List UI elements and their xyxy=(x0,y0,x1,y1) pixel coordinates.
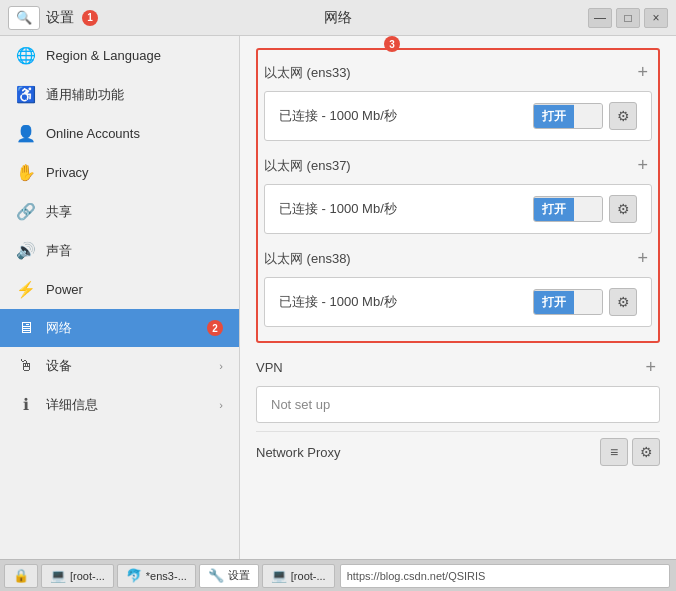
sidebar-item-region[interactable]: 🌐 Region & Language xyxy=(0,36,239,75)
vpn-not-set-label: Not set up xyxy=(271,397,330,412)
ens33-toggle-off xyxy=(574,104,602,128)
sidebar: 🌐 Region & Language ♿ 通用辅助功能 👤 Online Ac… xyxy=(0,36,240,559)
sidebar-label-network: 网络 xyxy=(46,319,195,337)
titlebar: 🔍 设置 1 网络 — □ × xyxy=(0,0,676,36)
devices-chevron: › xyxy=(219,360,223,372)
taskbar-ens3-button[interactable]: 🐬 *ens3-... xyxy=(117,564,196,588)
ens37-header: 以太网 (ens37) + xyxy=(264,149,652,182)
proxy-settings-button[interactable]: ≡ xyxy=(600,438,628,466)
terminal2-icon: 💻 xyxy=(271,568,287,583)
taskbar-root2-button[interactable]: 💻 [root-... xyxy=(262,564,335,588)
proxy-settings-icon: ≡ xyxy=(610,444,618,460)
ens33-controls: 打开 ⚙ xyxy=(533,102,637,130)
network-badge: 2 xyxy=(207,320,223,336)
ens38-gear-button[interactable]: ⚙ xyxy=(609,288,637,316)
ens33-toggle[interactable]: 打开 xyxy=(533,103,603,129)
ens33-gear-icon: ⚙ xyxy=(617,108,630,124)
sidebar-item-privacy[interactable]: ✋ Privacy xyxy=(0,153,239,192)
ens37-controls: 打开 ⚙ xyxy=(533,195,637,223)
taskbar-url-text: https://blog.csdn.net/QSIRIS xyxy=(347,570,486,582)
ens37-title: 以太网 (ens37) xyxy=(264,157,351,175)
power-icon: ⚡ xyxy=(16,280,36,299)
ens37-card: 已连接 - 1000 Mb/秒 打开 ⚙ xyxy=(264,184,652,234)
sidebar-item-online-accounts[interactable]: 👤 Online Accounts xyxy=(0,114,239,153)
taskbar-root1-label: [root-... xyxy=(70,570,105,582)
proxy-section: Network Proxy ≡ ⚙ xyxy=(256,431,660,472)
sidebar-label-devices: 设备 xyxy=(46,357,209,375)
ens33-add-button[interactable]: + xyxy=(633,62,652,83)
proxy-controls: ≡ ⚙ xyxy=(600,438,660,466)
sidebar-item-sound[interactable]: 🔊 声音 xyxy=(0,231,239,270)
vpn-title: VPN xyxy=(256,360,283,375)
main-area: 🌐 Region & Language ♿ 通用辅助功能 👤 Online Ac… xyxy=(0,36,676,559)
minimize-button[interactable]: — xyxy=(588,8,612,28)
ens38-header: 以太网 (ens38) + xyxy=(264,242,652,275)
sidebar-label-online-accounts: Online Accounts xyxy=(46,126,223,141)
ens33-header: 以太网 (ens33) + xyxy=(264,56,652,89)
ens38-card: 已连接 - 1000 Mb/秒 打开 ⚙ xyxy=(264,277,652,327)
ens33-gear-button[interactable]: ⚙ xyxy=(609,102,637,130)
ens33-toggle-on-label: 打开 xyxy=(534,105,574,128)
highlighted-ethernet-sections: 3 以太网 (ens33) + 已连接 - 1000 Mb/秒 打开 ⚙ xyxy=(256,48,660,343)
titlebar-title: 设置 xyxy=(46,9,74,27)
accessibility-icon: ♿ xyxy=(16,85,36,104)
ens38-toggle-on-label: 打开 xyxy=(534,291,574,314)
main-window: 🔍 设置 1 网络 — □ × 🌐 Region & Language ♿ 通用… xyxy=(0,0,676,591)
section-badge-3: 3 xyxy=(384,36,400,52)
ens38-add-button[interactable]: + xyxy=(633,248,652,269)
maximize-button[interactable]: □ xyxy=(616,8,640,28)
sidebar-item-accessibility[interactable]: ♿ 通用辅助功能 xyxy=(0,75,239,114)
ens33-status: 已连接 - 1000 Mb/秒 xyxy=(279,107,397,125)
vpn-section: VPN + Not set up xyxy=(256,351,660,423)
ens38-gear-icon: ⚙ xyxy=(617,294,630,310)
vpn-header: VPN + xyxy=(256,351,660,384)
ens37-toggle-off xyxy=(574,197,602,221)
vpn-card: Not set up xyxy=(256,386,660,423)
ens37-add-button[interactable]: + xyxy=(633,155,652,176)
ens38-toggle[interactable]: 打开 xyxy=(533,289,603,315)
sidebar-item-devices[interactable]: 🖱 设备 › xyxy=(0,347,239,385)
ens37-toggle[interactable]: 打开 xyxy=(533,196,603,222)
titlebar-left: 🔍 设置 1 xyxy=(8,6,98,30)
taskbar-ens3-label: *ens3-... xyxy=(146,570,187,582)
ens38-status: 已连接 - 1000 Mb/秒 xyxy=(279,293,397,311)
ens37-gear-button[interactable]: ⚙ xyxy=(609,195,637,223)
search-icon: 🔍 xyxy=(16,10,32,25)
devices-icon: 🖱 xyxy=(16,357,36,375)
sidebar-label-sound: 声音 xyxy=(46,242,223,260)
ens37-status: 已连接 - 1000 Mb/秒 xyxy=(279,200,397,218)
sidebar-label-privacy: Privacy xyxy=(46,165,223,180)
sidebar-label-accessibility: 通用辅助功能 xyxy=(46,86,223,104)
proxy-title: Network Proxy xyxy=(256,445,341,460)
online-accounts-icon: 👤 xyxy=(16,124,36,143)
sidebar-item-details[interactable]: ℹ 详细信息 › xyxy=(0,385,239,424)
taskbar-url-bar[interactable]: https://blog.csdn.net/QSIRIS xyxy=(340,564,670,588)
proxy-gear-button[interactable]: ⚙ xyxy=(632,438,660,466)
region-icon: 🌐 xyxy=(16,46,36,65)
vpn-add-button[interactable]: + xyxy=(641,357,660,378)
sidebar-label-power: Power xyxy=(46,282,223,297)
taskbar-settings-button[interactable]: 🔧 设置 xyxy=(199,564,259,588)
sound-icon: 🔊 xyxy=(16,241,36,260)
taskbar-root1-button[interactable]: 💻 [root-... xyxy=(41,564,114,588)
content-area: 3 以太网 (ens33) + 已连接 - 1000 Mb/秒 打开 ⚙ xyxy=(240,36,676,559)
search-button[interactable]: 🔍 xyxy=(8,6,40,30)
taskbar-settings-label: 设置 xyxy=(228,568,250,583)
terminal1-icon: 💻 xyxy=(50,568,66,583)
taskbar: 🔒 💻 [root-... 🐬 *ens3-... 🔧 设置 💻 [root-.… xyxy=(0,559,676,591)
sharing-icon: 🔗 xyxy=(16,202,36,221)
proxy-gear-icon: ⚙ xyxy=(640,444,653,460)
details-icon: ℹ xyxy=(16,395,36,414)
close-button[interactable]: × xyxy=(644,8,668,28)
taskbar-root2-label: [root-... xyxy=(291,570,326,582)
sidebar-item-power[interactable]: ⚡ Power xyxy=(0,270,239,309)
ens37-toggle-on-label: 打开 xyxy=(534,198,574,221)
ens37-gear-icon: ⚙ xyxy=(617,201,630,217)
sidebar-item-sharing[interactable]: 🔗 共享 xyxy=(0,192,239,231)
sidebar-item-network[interactable]: 🖥 网络 2 xyxy=(0,309,239,347)
lock-icon: 🔒 xyxy=(13,568,29,583)
ens38-controls: 打开 ⚙ xyxy=(533,288,637,316)
taskbar-lock-button[interactable]: 🔒 xyxy=(4,564,38,588)
ens33-card: 已连接 - 1000 Mb/秒 打开 ⚙ xyxy=(264,91,652,141)
wrench-icon: 🔧 xyxy=(208,568,224,583)
